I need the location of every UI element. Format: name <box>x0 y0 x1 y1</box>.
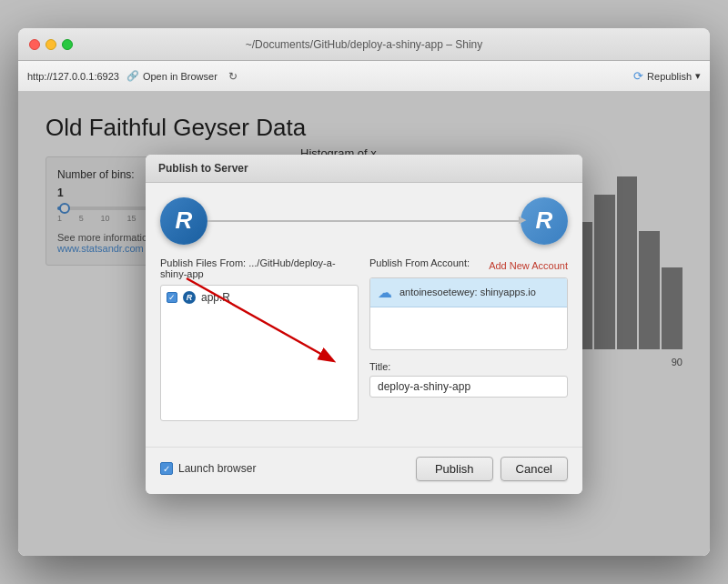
file-r-badge: R <box>183 291 196 304</box>
files-column: Publish Files From: .../GitHub/deploy-a-… <box>160 257 359 421</box>
content-area: Old Faithful Geyser Data Number of bins:… <box>18 92 710 556</box>
url-display: http://127.0.0.1:6923 <box>27 71 119 82</box>
dialog-logos: R R <box>160 197 568 245</box>
minimize-button[interactable] <box>46 39 56 50</box>
traffic-lights <box>29 39 73 50</box>
chevron-down-icon: ▾ <box>695 70 701 82</box>
refresh-button[interactable]: ↻ <box>225 68 241 85</box>
file-item: R app.R <box>167 291 352 304</box>
launch-browser-check <box>160 462 173 475</box>
file-name: app.R <box>201 291 230 304</box>
file-checkbox[interactable] <box>167 292 177 303</box>
close-button[interactable] <box>29 39 40 50</box>
main-window: ~/Documents/GitHub/deploy-a-shiny-app – … <box>18 28 710 556</box>
file-list: R app.R <box>160 285 359 421</box>
account-label-row: Publish From Account: Add New Account <box>369 257 568 274</box>
title-bar: ~/Documents/GitHub/deploy-a-shiny-app – … <box>18 28 710 61</box>
cloud-icon: ☁ <box>378 284 392 301</box>
account-column: Publish From Account: Add New Account ☁ … <box>369 257 568 421</box>
account-item[interactable]: ☁ antoinesoetewey: shinyapps.io <box>370 278 567 307</box>
title-input[interactable] <box>369 376 568 398</box>
cancel-button[interactable]: Cancel <box>500 457 568 481</box>
launch-browser-label: Launch browser <box>178 462 256 475</box>
maximize-button[interactable] <box>62 39 73 50</box>
publish-dialog: Publish to Server R R <box>146 155 582 494</box>
publish-files-label: Publish Files From: .../GitHub/deploy-a-… <box>160 257 359 279</box>
browser-icon: 🔗 <box>126 70 139 82</box>
dialog-footer: Launch browser Publish Cancel <box>146 447 582 494</box>
republish-icon: ⟳ <box>633 69 643 83</box>
publish-from-label: Publish From Account: <box>369 257 470 268</box>
publish-button[interactable]: Publish <box>416 457 493 481</box>
logo-arrow <box>207 220 521 222</box>
launch-browser-checkbox[interactable]: Launch browser <box>160 462 256 475</box>
title-field-label: Title: <box>369 361 568 372</box>
account-list: ☁ antoinesoetewey: shinyapps.io <box>369 277 568 350</box>
republish-button[interactable]: ⟳ Republish ▾ <box>633 69 701 83</box>
account-name: antoinesoetewey: shinyapps.io <box>399 287 536 297</box>
dialog-columns: Publish Files From: .../GitHub/deploy-a-… <box>160 257 568 421</box>
open-in-browser-button[interactable]: 🔗 Open in Browser <box>126 70 217 82</box>
arrow-line <box>207 220 521 222</box>
toolbar: http://127.0.0.1:6923 🔗 Open in Browser … <box>18 61 710 92</box>
window-title: ~/Documents/GitHub/deploy-a-shiny-app – … <box>246 38 482 51</box>
footer-buttons: Publish Cancel <box>416 457 568 481</box>
modal-overlay: Publish to Server R R <box>18 92 710 556</box>
r-logo-left: R <box>160 197 207 245</box>
add-account-link[interactable]: Add New Account <box>489 260 568 271</box>
dialog-body: R R Publish Files From: .../GitH <box>146 183 582 447</box>
r-logo-right: R <box>521 197 568 245</box>
dialog-title: Publish to Server <box>146 155 582 183</box>
